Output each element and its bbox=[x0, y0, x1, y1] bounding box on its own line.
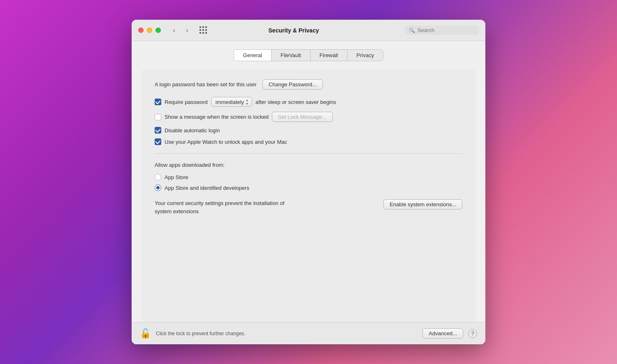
search-input[interactable] bbox=[418, 27, 475, 33]
change-password-button[interactable]: Change Password... bbox=[262, 79, 323, 90]
search-icon: 🔍 bbox=[409, 28, 415, 33]
section-divider bbox=[155, 153, 462, 154]
disable-autologin-label: Disable automatic login bbox=[165, 127, 220, 134]
general-panel: A login password has been set for this u… bbox=[141, 69, 476, 322]
main-window: ‹ › Security & Privacy 🔍 General FileVau… bbox=[132, 20, 485, 344]
show-message-row: Show a message when the screen is locked… bbox=[155, 112, 462, 122]
password-timing-dropdown[interactable]: immediately bbox=[211, 97, 252, 107]
close-button[interactable] bbox=[138, 28, 144, 33]
set-lock-message-button[interactable]: Set Lock Message... bbox=[272, 112, 333, 122]
dropdown-arrow-icon bbox=[246, 99, 248, 105]
radio-app-store-identified[interactable] bbox=[155, 184, 161, 191]
minimize-button[interactable] bbox=[147, 28, 152, 33]
extensions-row: Your current security settings prevent t… bbox=[155, 199, 462, 215]
require-password-suffix: after sleep or screen saver begins bbox=[255, 99, 336, 105]
password-row: A login password has been set for this u… bbox=[155, 79, 462, 90]
radio-app-store-label: App Store bbox=[165, 174, 188, 180]
dropdown-value: immediately bbox=[216, 99, 244, 105]
tab-group: General FileVault Firewall Privacy bbox=[234, 49, 383, 61]
show-message-checkbox[interactable] bbox=[155, 114, 161, 120]
require-password-row: Require password immediately after sleep… bbox=[155, 97, 462, 107]
maximize-button[interactable] bbox=[155, 28, 161, 33]
require-password-checkbox[interactable] bbox=[155, 99, 161, 105]
radio-app-store[interactable] bbox=[155, 174, 161, 180]
apple-watch-label: Use your Apple Watch to unlock apps and … bbox=[165, 139, 287, 145]
radio-app-store-identified-label: App Store and identified developers bbox=[165, 185, 249, 191]
back-button[interactable]: ‹ bbox=[168, 25, 180, 36]
bottom-bar: 🔓 Click the lock to prevent further chan… bbox=[132, 322, 485, 344]
content-area: General FileVault Firewall Privacy A log… bbox=[132, 41, 485, 322]
allow-apps-label: Allow apps downloaded from: bbox=[155, 162, 462, 168]
password-label: A login password has been set for this u… bbox=[155, 81, 257, 88]
radio-app-store-identified-row: App Store and identified developers bbox=[155, 184, 462, 191]
radio-app-store-row: App Store bbox=[155, 174, 462, 180]
tab-privacy[interactable]: Privacy bbox=[348, 50, 383, 61]
tab-bar: General FileVault Firewall Privacy bbox=[141, 49, 476, 61]
apple-watch-checkbox[interactable] bbox=[155, 138, 161, 145]
search-bar[interactable]: 🔍 bbox=[405, 25, 479, 35]
extensions-text-block: Your current security settings prevent t… bbox=[155, 199, 377, 215]
window-title: Security & Privacy bbox=[188, 27, 400, 34]
traffic-lights bbox=[138, 28, 161, 33]
apple-watch-row: Use your Apple Watch to unlock apps and … bbox=[155, 138, 462, 145]
enable-extensions-button[interactable]: Enable system extensions... bbox=[383, 199, 462, 210]
extensions-text-line1: Your current security settings prevent t… bbox=[155, 199, 377, 215]
lock-icon[interactable]: 🔓 bbox=[140, 328, 151, 339]
require-password-label: Require password bbox=[165, 99, 208, 105]
lock-text: Click the lock to prevent further change… bbox=[156, 331, 418, 336]
tab-filevault[interactable]: FileVault bbox=[271, 50, 311, 61]
help-button[interactable]: ? bbox=[468, 329, 477, 338]
tab-general[interactable]: General bbox=[234, 50, 271, 61]
advanced-button[interactable]: Advanced... bbox=[422, 328, 463, 339]
tab-firewall[interactable]: Firewall bbox=[311, 50, 348, 61]
title-bar: ‹ › Security & Privacy 🔍 bbox=[132, 20, 485, 41]
show-message-label: Show a message when the screen is locked bbox=[165, 114, 269, 120]
disable-autologin-checkbox[interactable] bbox=[155, 127, 161, 134]
disable-autologin-row: Disable automatic login bbox=[155, 127, 462, 134]
